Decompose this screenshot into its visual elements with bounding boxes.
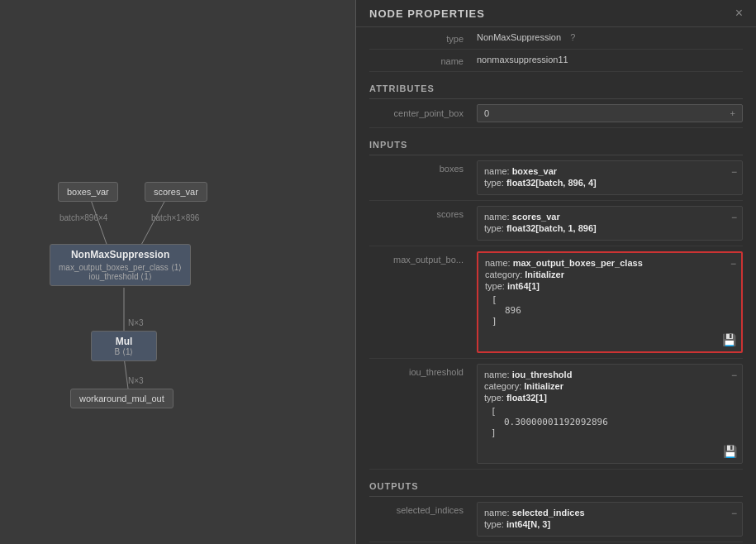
iou-name-line: name: iou_threshold (484, 370, 735, 379)
name-value: nonmaxsuppression11 (477, 55, 743, 64)
outputs-section-header: OUTPUTS (369, 473, 743, 497)
max-output-array: [ 896 ] (485, 294, 735, 327)
boxes-collapse-btn[interactable]: − (731, 166, 737, 178)
input-label-iou: iou_threshold (369, 364, 477, 377)
edge-label-2: N×3 (128, 318, 144, 327)
input-detail-max-output: name: max_output_boxes_per_class categor… (477, 251, 743, 353)
iou-array: [ 0.30000001192092896 ] (484, 406, 735, 438)
nms-attrs: max_output_boxes_per_class ⟨1⟩iou_thresh… (59, 263, 182, 281)
type-row: type NonMaxSuppression ? (369, 27, 743, 50)
max-output-name-line: name: max_output_boxes_per_class (485, 258, 735, 268)
type-label: type (369, 32, 477, 44)
center-point-box-row: center_point_box 0 + (369, 99, 743, 128)
iou-type-value: float32[1] (506, 393, 547, 403)
node-scores-var[interactable]: scores_var (145, 182, 207, 202)
node-nms[interactable]: NonMaxSuppression max_output_boxes_per_c… (50, 244, 191, 286)
output-block-selected-indices: selected_indices name: selected_indices … (369, 497, 743, 542)
graph-panel: boxes_var scores_var batch×896×4 batch×1… (0, 0, 355, 544)
input-detail-iou: name: iou_threshold category: Initialize… (477, 364, 743, 464)
type-value-text: NonMaxSuppression (477, 32, 561, 42)
input-label-boxes: boxes (369, 160, 477, 174)
max-output-array-open: [ (492, 294, 735, 305)
max-output-array-value: 896 (492, 305, 735, 316)
nms-title: NonMaxSuppression (59, 249, 182, 260)
selected-indices-name-value: selected_indices (512, 508, 585, 518)
type-help-button[interactable]: ? (570, 32, 575, 42)
mul-title: Mul (100, 336, 148, 347)
selected-indices-type-line: type: int64[N, 3] (484, 519, 735, 529)
iou-collapse-btn[interactable]: − (731, 370, 737, 381)
iou-type-line: type: float32[1] (484, 393, 735, 403)
svg-line-0 (91, 200, 107, 246)
iou-array-value: 0.30000001192092896 (491, 417, 735, 427)
max-output-type-value: int64[1] (507, 281, 540, 291)
input-block-max-output: max_output_bo... name: max_output_boxes_… (369, 246, 743, 359)
svg-line-1 (140, 200, 165, 246)
boxes-name-line: name: boxes_var (484, 166, 735, 176)
output-detail-selected-indices: name: selected_indices type: int64[N, 3]… (477, 502, 743, 537)
center-point-box-value-box[interactable]: 0 + (477, 104, 743, 122)
node-scores-var-label: scores_var (154, 187, 198, 197)
input-block-iou: iou_threshold name: iou_threshold catego… (369, 359, 743, 470)
name-label: name (369, 55, 477, 66)
inputs-section-header: INPUTS (369, 131, 743, 155)
iou-array-open: [ (491, 406, 735, 417)
boxes-type-value: float32[batch, 896, 4] (506, 178, 597, 188)
iou-category-line: category: Initializer (484, 381, 735, 391)
selected-indices-collapse-btn[interactable]: − (731, 508, 737, 519)
input-detail-boxes: name: boxes_var type: float32[batch, 896… (477, 160, 743, 195)
type-value: NonMaxSuppression ? (477, 32, 743, 42)
mul-attrs: B ⟨1⟩ (100, 347, 148, 356)
node-boxes-var[interactable]: boxes_var (58, 182, 118, 202)
scores-name-line: name: scores_var (484, 212, 735, 222)
close-button[interactable]: × (735, 7, 743, 20)
selected-indices-name-line: name: selected_indices (484, 508, 735, 518)
node-output-label: workaround_mul_out (79, 394, 164, 403)
max-output-category-line: category: Initializer (485, 270, 735, 279)
output-label-selected-indices: selected_indices (369, 502, 477, 515)
input-label-scores: scores (369, 206, 477, 219)
max-output-name-value: max_output_boxes_per_class (513, 258, 643, 268)
iou-save-icon[interactable]: 💾 (723, 445, 737, 458)
center-point-box-value: 0 (484, 108, 489, 118)
node-workaround-output[interactable]: workaround_mul_out (70, 389, 174, 408)
center-point-box-label: center_point_box (369, 108, 477, 118)
scores-name-value: scores_var (512, 212, 560, 222)
node-mul[interactable]: Mul B ⟨1⟩ (91, 331, 157, 361)
iou-category-value: Initializer (524, 381, 563, 391)
max-output-save-icon[interactable]: 💾 (722, 333, 736, 346)
input-block-boxes: boxes name: boxes_var type: float32[batc… (369, 155, 743, 201)
edge-label-1: batch×1×896 (151, 213, 199, 222)
boxes-type-line: type: float32[batch, 896, 4] (484, 178, 735, 188)
boxes-name-value: boxes_var (512, 166, 557, 176)
panel-title: NODE PROPERTIES (369, 7, 485, 20)
iou-name-value: iou_threshold (512, 370, 573, 379)
max-output-collapse-btn[interactable]: − (730, 258, 736, 270)
expand-icon[interactable]: + (730, 108, 735, 118)
max-output-array-close: ] (492, 316, 735, 327)
input-detail-scores: name: scores_var type: float32[batch, 1,… (477, 206, 743, 241)
max-output-type-line: type: int64[1] (485, 281, 735, 291)
scores-collapse-btn[interactable]: − (731, 212, 737, 223)
graph-area: boxes_var scores_var batch×896×4 batch×1… (0, 0, 355, 544)
edge-label-0: batch×896×4 (59, 213, 107, 222)
edge-label-3: N×3 (128, 376, 144, 385)
input-label-max-output: max_output_bo... (369, 251, 477, 265)
selected-indices-type-value: int64[N, 3] (506, 519, 550, 529)
scores-type-line: type: float32[batch, 1, 896] (484, 223, 735, 233)
right-panel: NODE PROPERTIES × type NonMaxSuppression… (355, 0, 756, 544)
input-block-scores: scores name: scores_var type: float32[ba… (369, 201, 743, 246)
node-boxes-var-label: boxes_var (67, 187, 109, 197)
iou-array-close: ] (491, 427, 735, 438)
properties-content: type NonMaxSuppression ? name nonmaxsupp… (356, 27, 756, 544)
scores-type-value: float32[batch, 1, 896] (506, 223, 597, 233)
name-row: name nonmaxsuppression11 (369, 50, 743, 72)
max-output-category-value: Initializer (525, 270, 564, 279)
attributes-section-header: ATTRIBUTES (369, 75, 743, 99)
panel-header: NODE PROPERTIES × (356, 0, 756, 27)
